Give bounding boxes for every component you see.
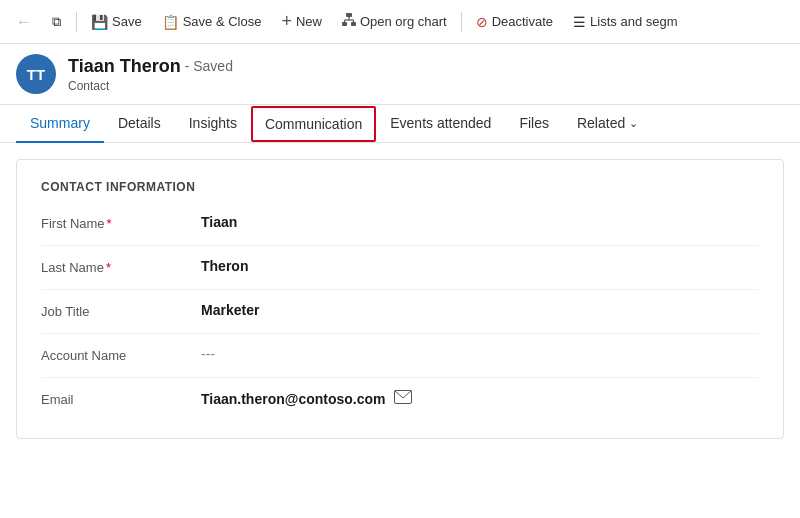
contact-info-card: CONTACT INFORMATION First Name* Tiaan La… [16, 159, 784, 439]
last-name-value[interactable]: Theron [201, 258, 759, 274]
org-icon [342, 13, 356, 30]
save-close-label: Save & Close [183, 14, 262, 29]
first-name-row: First Name* Tiaan [41, 202, 759, 246]
last-name-required: * [106, 260, 111, 275]
tab-files[interactable]: Files [505, 105, 563, 143]
new-label: New [296, 14, 322, 29]
account-name-row: Account Name --- [41, 334, 759, 378]
deactivate-icon: ⊘ [476, 14, 488, 30]
toolbar: ← ⧉ 💾 Save 📋 Save & Close + New Open org… [0, 0, 800, 44]
new-button[interactable]: + New [271, 5, 332, 38]
tab-insights[interactable]: Insights [175, 105, 251, 143]
account-name-value[interactable]: --- [201, 346, 759, 362]
svg-rect-0 [346, 13, 352, 17]
job-title-row: Job Title Marketer [41, 290, 759, 334]
expand-button[interactable]: ⧉ [40, 6, 72, 38]
save-close-icon: 📋 [162, 14, 179, 30]
tab-related[interactable]: Related ⌄ [563, 105, 652, 143]
svg-rect-2 [351, 22, 356, 26]
lists-label: Lists and segm [590, 14, 677, 29]
record-type: Contact [68, 79, 233, 93]
job-title-value[interactable]: Marketer [201, 302, 759, 318]
record-header: TT Tiaan Theron - Saved Contact [0, 44, 800, 105]
org-chart-button[interactable]: Open org chart [332, 7, 457, 36]
tab-events[interactable]: Events attended [376, 105, 505, 143]
chevron-down-icon: ⌄ [629, 117, 638, 130]
last-name-label: Last Name* [41, 258, 201, 275]
toolbar-divider-2 [461, 12, 462, 32]
svg-rect-1 [342, 22, 347, 26]
first-name-value[interactable]: Tiaan [201, 214, 759, 230]
save-icon: 💾 [91, 14, 108, 30]
lists-icon: ☰ [573, 14, 586, 30]
record-saved-status: - Saved [185, 58, 233, 74]
first-name-required: * [107, 216, 112, 231]
email-value[interactable]: Tiaan.theron@contoso.com [201, 391, 386, 407]
tab-details[interactable]: Details [104, 105, 175, 143]
email-row: Email Tiaan.theron@contoso.com [41, 378, 759, 422]
tab-communication[interactable]: Communication [251, 106, 376, 142]
deactivate-label: Deactivate [492, 14, 553, 29]
email-label: Email [41, 390, 201, 407]
toolbar-divider-1 [76, 12, 77, 32]
account-name-label: Account Name [41, 346, 201, 363]
tab-summary[interactable]: Summary [16, 105, 104, 143]
email-field-container: Tiaan.theron@contoso.com [201, 390, 412, 408]
org-chart-label: Open org chart [360, 14, 447, 29]
save-button[interactable]: 💾 Save [81, 8, 152, 36]
email-send-icon[interactable] [394, 390, 412, 408]
deactivate-button[interactable]: ⊘ Deactivate [466, 8, 563, 36]
related-label: Related [577, 115, 625, 131]
lists-button[interactable]: ☰ Lists and segm [563, 8, 687, 36]
last-name-row: Last Name* Theron [41, 246, 759, 290]
save-close-button[interactable]: 📋 Save & Close [152, 8, 272, 36]
back-button[interactable]: ← [8, 6, 40, 38]
record-info: Tiaan Theron - Saved Contact [68, 56, 233, 93]
save-label: Save [112, 14, 142, 29]
record-name: Tiaan Theron [68, 56, 181, 77]
first-name-label: First Name* [41, 214, 201, 231]
content-area: CONTACT INFORMATION First Name* Tiaan La… [0, 143, 800, 511]
avatar: TT [16, 54, 56, 94]
tabs-bar: Summary Details Insights Communication E… [0, 105, 800, 143]
section-title: CONTACT INFORMATION [41, 168, 759, 202]
job-title-label: Job Title [41, 302, 201, 319]
new-icon: + [281, 11, 292, 32]
